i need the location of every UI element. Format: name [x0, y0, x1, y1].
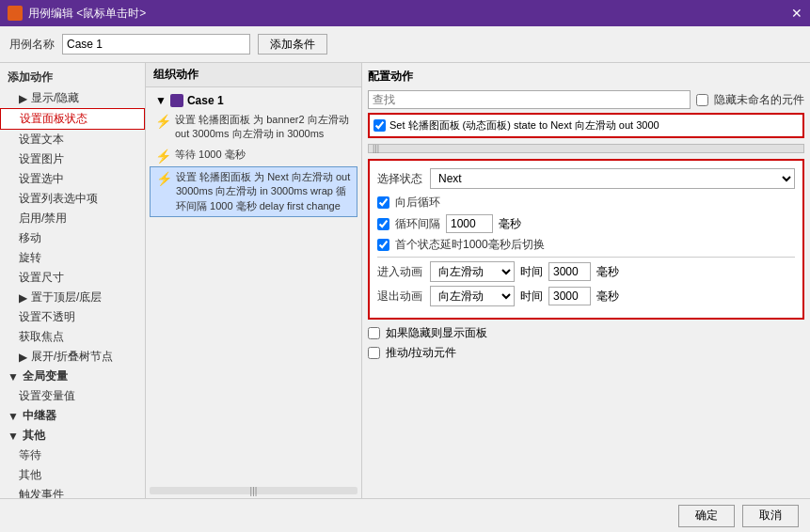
- loop-interval-label: 循环间隔: [395, 216, 440, 232]
- sidebar-item-set-size[interactable]: 设置尺寸: [0, 268, 145, 288]
- close-button[interactable]: ✕: [791, 6, 802, 21]
- arrow-icon3: ▶: [19, 351, 27, 364]
- action-item-2[interactable]: ⚡ 等待 1000 毫秒: [150, 145, 357, 166]
- case-icon: [170, 94, 183, 107]
- arrow-icon: ▶: [19, 92, 27, 105]
- hide-unnamed-checkbox[interactable]: [696, 94, 708, 106]
- panel-item-checkbox[interactable]: [373, 119, 386, 132]
- sidebar-item-set-var-value[interactable]: 设置变量值: [0, 386, 145, 406]
- hscroll-bar[interactable]: |||: [368, 144, 804, 153]
- first-state-delay-checkbox[interactable]: [377, 239, 389, 251]
- panel-item-text: Set 轮播图面板 (动态面板) state to Next 向左滑动 out …: [389, 118, 659, 133]
- action-text-3: 设置 轮播图面板 为 Next 向左滑动 out 3000ms 向左滑动 in …: [176, 170, 351, 213]
- hide-unnamed-label: 隐藏未命名的元件: [714, 92, 804, 108]
- bolt-icon-3: ⚡: [156, 171, 172, 186]
- enter-time-input[interactable]: [548, 262, 591, 281]
- hide-if-label: 如果隐藏则显示面板: [386, 325, 487, 341]
- enter-time-label: 时间: [520, 264, 543, 280]
- arrow-icon4: ▼: [8, 370, 19, 383]
- sidebar-item-set-opacity[interactable]: 设置不透明: [0, 307, 145, 327]
- app-icon: [8, 6, 23, 21]
- sidebar-item-set-list-item[interactable]: 设置列表选中项: [0, 189, 145, 209]
- back-loop-label: 向后循环: [395, 195, 440, 211]
- sidebar-item-wait[interactable]: 等待: [0, 446, 145, 465]
- back-loop-row: 向后循环: [377, 195, 795, 211]
- panel-item-row: Set 轮播图面板 (动态面板) state to Next 向左滑动 out …: [368, 113, 804, 138]
- sidebar-item-rotate[interactable]: 旋转: [0, 248, 145, 268]
- hide-if-checkbox[interactable]: [368, 327, 380, 339]
- hide-if-row: 如果隐藏则显示面板: [368, 325, 804, 341]
- sidebar-item-other[interactable]: 其他: [0, 465, 145, 485]
- title-bar: 用例编辑 <鼠标单击时> ✕: [0, 0, 810, 26]
- first-state-delay-label: 首个状态延时1000毫秒后切换: [395, 237, 545, 253]
- sidebar-item-set-image[interactable]: 设置图片: [0, 149, 145, 169]
- case-name-input[interactable]: [62, 34, 250, 55]
- actions-list: ▼ Case 1 ⚡ 设置 轮播图面板 为 banner2 向左滑动 out 3…: [146, 87, 361, 483]
- enter-anim-row: 进入动画 向左滑动 向右滑动 淡入淡出 无 时间 毫秒: [377, 261, 795, 282]
- sidebar-item-focus[interactable]: 获取焦点: [0, 327, 145, 347]
- exit-time-unit: 毫秒: [596, 289, 619, 305]
- sidebar-item-expand-collapse[interactable]: ▶ 展开/折叠树节点: [0, 347, 145, 367]
- back-loop-checkbox[interactable]: [377, 196, 389, 209]
- first-state-delay-row: 首个状态延时1000毫秒后切换: [377, 237, 795, 253]
- sidebar-section-other[interactable]: ▼ 其他: [0, 426, 145, 446]
- bottom-bar: 确定 取消: [0, 498, 810, 532]
- action-text-1: 设置 轮播图面板 为 banner2 向左滑动 out 3000ms 向左滑动 …: [175, 113, 352, 142]
- loop-interval-input[interactable]: [446, 214, 493, 233]
- exit-anim-label: 退出动画: [377, 289, 424, 305]
- top-bar: 用例名称 添加条件: [0, 26, 810, 63]
- arrow-icon6: ▼: [8, 430, 19, 443]
- loop-interval-row: 循环间隔 毫秒: [377, 214, 795, 233]
- main-container: 用例名称 添加条件 添加动作 ▶ 显示/隐藏 设置面板状态 设置文本 设置图片 …: [0, 26, 810, 532]
- case-name-label: 用例名称: [9, 37, 55, 53]
- bolt-icon-2: ⚡: [155, 149, 171, 164]
- state-select[interactable]: Next Previous State 1: [430, 168, 795, 189]
- organize-actions-title: 组织动作: [146, 63, 361, 87]
- search-row: 隐藏未命名的元件: [368, 90, 804, 109]
- arrow-icon5: ▼: [8, 410, 19, 423]
- sidebar-item-set-text[interactable]: 设置文本: [0, 130, 145, 149]
- enter-anim-select[interactable]: 向左滑动 向右滑动 淡入淡出 无: [430, 261, 515, 282]
- push-drag-checkbox[interactable]: [368, 347, 380, 359]
- add-action-title: 添加动作: [0, 67, 145, 88]
- enter-anim-label: 进入动画: [377, 264, 424, 280]
- triangle-icon: ▼: [155, 94, 167, 107]
- scroll-indicator: |||: [150, 487, 357, 494]
- sidebar-item-use-common[interactable]: 启用/禁用: [0, 209, 145, 228]
- sidebar-item-set-layer[interactable]: ▶ 置于顶层/底层: [0, 288, 145, 307]
- sidebar-item-trigger-event[interactable]: 触发事件: [0, 485, 145, 498]
- sidebar-item-show-hide[interactable]: ▶ 显示/隐藏: [0, 88, 145, 108]
- exit-time-input[interactable]: [548, 287, 591, 305]
- middle-panel: 组织动作 ▼ Case 1 ⚡ 设置 轮播图面板 为 banner2 向左滑动 …: [146, 63, 362, 498]
- sidebar-item-move[interactable]: 移动: [0, 228, 145, 248]
- add-condition-button[interactable]: 添加条件: [258, 34, 327, 55]
- select-state-label: 选择状态: [377, 171, 422, 187]
- exit-anim-row: 退出动画 向左滑动 向右滑动 淡入淡出 无 时间 毫秒: [377, 286, 795, 306]
- exit-time-label: 时间: [520, 289, 543, 305]
- bolt-icon-1: ⚡: [155, 114, 171, 129]
- loop-interval-checkbox[interactable]: [377, 218, 389, 230]
- select-state-row: 选择状态 Next Previous State 1: [377, 168, 795, 189]
- configure-actions-title: 配置动作: [368, 69, 804, 85]
- push-drag-label: 推动/拉动元件: [386, 345, 456, 361]
- sidebar-item-set-panel-state[interactable]: 设置面板状态: [0, 108, 145, 130]
- arrow-icon2: ▶: [19, 291, 27, 305]
- ok-button[interactable]: 确定: [678, 505, 735, 527]
- loop-interval-unit: 毫秒: [499, 216, 521, 232]
- bottom-checkboxes: 如果隐藏则显示面板 推动/拉动元件: [368, 325, 804, 361]
- action-text-2: 等待 1000 毫秒: [175, 148, 246, 162]
- right-panel: 配置动作 隐藏未命名的元件 Set 轮播图面板 (动态面板) state to …: [362, 63, 810, 498]
- exit-anim-select[interactable]: 向左滑动 向右滑动 淡入淡出 无: [430, 286, 515, 306]
- divider1: [377, 257, 795, 258]
- case-header: ▼ Case 1: [150, 91, 357, 110]
- sidebar-section-relay[interactable]: ▼ 中继器: [0, 406, 145, 426]
- action-item-3[interactable]: ⚡ 设置 轮播图面板 为 Next 向左滑动 out 3000ms 向左滑动 i…: [150, 166, 357, 217]
- cancel-button[interactable]: 取消: [742, 505, 799, 527]
- title-text: 用例编辑 <鼠标单击时>: [28, 6, 146, 22]
- sidebar-item-set-selected[interactable]: 设置选中: [0, 169, 145, 189]
- sidebar-section-global-vars[interactable]: ▼ 全局变量: [0, 367, 145, 386]
- content-area: 添加动作 ▶ 显示/隐藏 设置面板状态 设置文本 设置图片 设置选中 设置列表选…: [0, 63, 810, 498]
- search-input[interactable]: [368, 90, 691, 109]
- action-item-1[interactable]: ⚡ 设置 轮播图面板 为 banner2 向左滑动 out 3000ms 向左滑…: [150, 110, 357, 145]
- push-drag-row: 推动/拉动元件: [368, 345, 804, 361]
